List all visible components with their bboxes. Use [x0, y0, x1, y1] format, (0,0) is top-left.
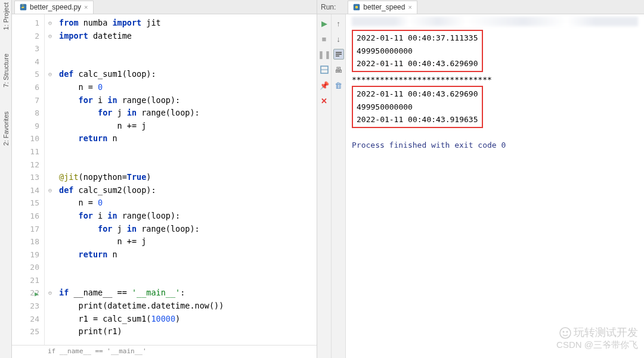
- line-num: 14: [14, 184, 39, 197]
- output-separator: ******************************: [352, 73, 638, 86]
- line-num: 9: [14, 120, 39, 133]
- output-line: 2022-01-11 00:40:37.111335: [357, 32, 478, 45]
- line-num: 11: [14, 145, 39, 158]
- print-icon[interactable]: 🖶: [333, 64, 344, 75]
- run-toolbar-2: ↑ ↓ 🖶 🗑: [332, 14, 346, 358]
- line-num: 12: [14, 158, 39, 172]
- line-gutter: 1 2 3 4 5 6 7 8 9 10 11 12 13 14 15 16 1…: [12, 14, 45, 345]
- line-num: 1: [14, 17, 39, 30]
- line-num: 18: [14, 235, 39, 248]
- left-tool-strip: 1: Project 7: Structure 2: Favorites: [0, 0, 12, 358]
- line-num: 19: [14, 248, 39, 262]
- pause-icon[interactable]: ❚❚: [319, 49, 330, 60]
- close-icon[interactable]: ×: [84, 4, 88, 11]
- pin-icon[interactable]: 📌: [319, 80, 330, 91]
- line-num: 4: [14, 55, 39, 69]
- tool-project[interactable]: 1: Project: [2, 2, 10, 30]
- svg-rect-6: [336, 54, 342, 55]
- line-num: 13: [14, 171, 39, 184]
- tool-favorites[interactable]: 2: Favorites: [2, 111, 10, 145]
- line-num: 8: [14, 107, 39, 120]
- exit-message: Process finished with exit code 0: [352, 139, 638, 152]
- line-num: 16: [14, 210, 39, 223]
- svg-rect-7: [336, 55, 339, 57]
- run-tab-label: better_speed: [363, 3, 405, 11]
- run-tab[interactable]: better_speed ×: [348, 1, 417, 14]
- run-gutter-icon[interactable]: ▶: [35, 288, 39, 301]
- output-box-2: 2022-01-11 00:40:43.629690 499950000000 …: [352, 86, 483, 128]
- editor-body: 1 2 3 4 5 6 7 8 9 10 11 12 13 14 15 16 1…: [12, 14, 317, 345]
- layout-icon[interactable]: [319, 64, 330, 75]
- line-num: 17: [14, 223, 39, 236]
- line-num: 10: [14, 132, 39, 145]
- python-file-icon: [20, 4, 27, 11]
- line-num: 5: [14, 68, 39, 81]
- run-toolbar-1: ▶ ■ ❚❚ 📌 ✕: [317, 14, 332, 358]
- close-run-icon[interactable]: ✕: [319, 95, 330, 106]
- console-output[interactable]: 2022-01-11 00:40:37.111335 499950000000 …: [346, 14, 644, 358]
- run-pane: Run: better_speed × ▶ ■ ❚❚ 📌 ✕ ↑ ↓: [317, 0, 644, 358]
- rerun-icon[interactable]: ▶: [319, 18, 330, 29]
- fold-strip: ⊖⊖ ⊖ ⊖ ⊖: [45, 14, 55, 345]
- output-line: 499950000000: [357, 45, 478, 58]
- editor-pane: better_speed.py × 1 2 3 4 5 6 7 8 9 10 1…: [12, 0, 317, 358]
- down-icon[interactable]: ↓: [333, 33, 344, 44]
- line-num: 3: [14, 42, 39, 55]
- trash-icon[interactable]: 🗑: [333, 80, 344, 91]
- redacted-path: [352, 17, 638, 26]
- line-num: 20: [14, 261, 39, 274]
- line-num: 7: [14, 94, 39, 107]
- python-file-icon: [353, 4, 360, 11]
- output-line: 2022-01-11 00:40:43.629690: [357, 88, 478, 101]
- svg-point-2: [355, 6, 358, 9]
- line-num: 23: [14, 300, 39, 313]
- close-icon[interactable]: ×: [408, 4, 411, 11]
- run-label: Run:: [321, 3, 336, 11]
- breadcrumb: if __name__ == '__main__': [12, 345, 317, 358]
- editor-tab-label: better_speed.py: [30, 3, 81, 11]
- output-line: 2022-01-11 00:40:43.919635: [357, 113, 478, 126]
- line-num: 15: [14, 197, 39, 210]
- line-num: 6: [14, 81, 39, 94]
- line-num: 2: [14, 30, 39, 43]
- run-header: Run: better_speed ×: [317, 0, 644, 14]
- stop-icon[interactable]: ■: [319, 33, 330, 44]
- code-area[interactable]: from numba import jit import datetime de…: [55, 14, 317, 345]
- svg-rect-5: [336, 52, 342, 53]
- run-body: ▶ ■ ❚❚ 📌 ✕ ↑ ↓ 🖶 🗑 2022-01-11 00:40:37.1…: [317, 14, 644, 358]
- output-box-1: 2022-01-11 00:40:37.111335 499950000000 …: [352, 30, 483, 72]
- line-num: 21: [14, 274, 39, 287]
- line-num: 24: [14, 313, 39, 326]
- tool-structure[interactable]: 7: Structure: [2, 54, 10, 88]
- output-line: 2022-01-11 00:40:43.629690: [357, 57, 478, 70]
- output-line: 499950000000: [357, 101, 478, 114]
- editor-tab[interactable]: better_speed.py ×: [14, 1, 94, 14]
- line-num: 25: [14, 325, 39, 338]
- soft-wrap-icon[interactable]: [333, 49, 344, 60]
- up-icon[interactable]: ↑: [333, 18, 344, 29]
- editor-tab-bar: better_speed.py ×: [12, 0, 317, 14]
